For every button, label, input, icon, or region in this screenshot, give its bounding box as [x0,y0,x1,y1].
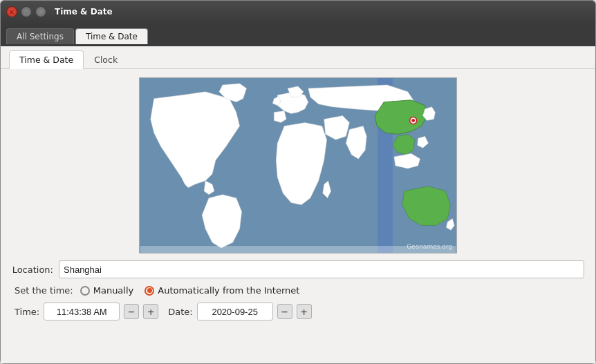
location-row: Location: [12,260,584,278]
time-group: Time: − + [15,303,158,320]
date-decrement-button[interactable]: − [277,304,292,319]
main-window: × – Time & Date All Settings Time & Date… [0,0,596,364]
minimize-button[interactable]: – [21,6,32,17]
location-input[interactable] [59,260,584,278]
svg-rect-4 [140,246,456,253]
world-map[interactable]: Geonames.org [139,77,457,253]
time-decrement-button[interactable]: − [124,304,139,319]
map-svg [140,78,456,253]
date-label: Date: [168,307,192,317]
location-label: Location: [12,265,53,275]
nav-tab-all-settings[interactable]: All Settings [6,28,74,44]
window-title: Time & Date [55,7,113,17]
time-date-row: Time: − + Date: − + [12,303,584,320]
inner-tabs: Time & Date Clock [1,46,595,69]
main-panel: Geonames.org Location: Set the time: Man… [1,69,595,363]
radio-manually[interactable]: Manually [80,285,134,296]
radio-manually-label: Manually [93,285,134,296]
time-label: Time: [15,307,39,317]
svg-point-3 [411,119,415,122]
set-time-row: Set the time: Manually Automatically fro… [12,285,584,296]
time-increment-button[interactable]: + [143,304,158,319]
maximize-button[interactable] [35,6,46,17]
date-group: Date: − + [168,303,311,320]
radio-auto-circle [145,286,154,296]
date-input[interactable] [197,303,273,320]
titlebar: × – Time & Date [1,1,595,23]
time-input[interactable] [44,303,120,320]
radio-auto[interactable]: Automatically from the Internet [145,285,299,296]
radio-group: Manually Automatically from the Internet [80,285,300,296]
tab-clock[interactable]: Clock [84,50,128,68]
close-button[interactable]: × [6,6,17,17]
content-area: Time & Date Clock [1,46,595,363]
radio-auto-label: Automatically from the Internet [158,285,299,296]
set-time-label: Set the time: [15,285,73,296]
nav-bar: All Settings Time & Date [1,23,595,46]
close-icon: × [9,8,15,16]
titlebar-buttons: × – [6,6,46,17]
radio-manually-circle [80,286,90,296]
nav-tab-time-date[interactable]: Time & Date [75,28,148,44]
date-increment-button[interactable]: + [297,304,312,319]
tab-time-date[interactable]: Time & Date [9,50,84,69]
minimize-icon: – [25,8,28,15]
